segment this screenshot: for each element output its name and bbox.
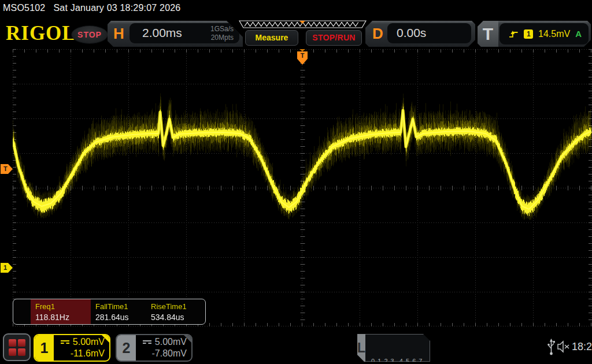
speaker-muted-icon — [557, 340, 571, 353]
channel1-scale: 5.00mV — [73, 336, 105, 348]
timebase-value: 2.00ms — [142, 26, 182, 40]
usb-icon — [547, 339, 556, 356]
channel2-offset: -7.80mV — [152, 348, 187, 359]
delay-label: D — [372, 25, 383, 43]
trigger-level-marker[interactable]: T — [1, 164, 13, 174]
measurement-value: 281.64us — [95, 313, 146, 322]
trigger-sweep-mode: A — [575, 29, 589, 39]
logic-label: L — [357, 334, 365, 362]
channel2-scale: 5.00mV — [155, 336, 187, 348]
measurement-label: Freq1 — [35, 302, 91, 311]
badge-fold-corner — [102, 335, 109, 343]
delay-box: 0.00s — [387, 23, 471, 43]
channel2-number: 2 — [117, 335, 136, 361]
delay-value: 0.00s — [397, 26, 426, 40]
titlebar: MSO5102Sat January 03 18:29:07 2026 — [3, 3, 180, 13]
channel1-offset: -11.6mV — [71, 348, 105, 359]
logic-row-1: 0 1 2 3 4 5 6 7 — [371, 356, 435, 364]
device-model: MSO5102 — [3, 3, 45, 13]
timebase-box: 2.00ms 1GSa/s 20Mpts — [130, 23, 239, 43]
dc-coupling-icon — [143, 340, 151, 344]
grid-menu-icon[interactable] — [3, 333, 31, 361]
horizontal-label: H — [113, 25, 124, 43]
waveform-canvas[interactable] — [13, 49, 592, 326]
measurement-value: 534.84us — [151, 313, 205, 322]
measurement-label: RiseTime1 — [151, 302, 205, 311]
measure-button[interactable]: Measure — [245, 30, 298, 46]
channel2-badge[interactable]: 2 5.00mV -7.80mV — [116, 334, 193, 362]
trigger-box: 1 14.5mV A — [500, 23, 589, 44]
oscilloscope-screen: MSO5102Sat January 03 18:29:07 2026 RIGO… — [0, 0, 592, 364]
waveform-overview-bar[interactable] — [239, 20, 367, 28]
measurement-panel: Freq1 118.81Hz FallTime1 281.64us RiseTi… — [13, 299, 206, 325]
channel1-offset-marker[interactable]: 1 — [1, 263, 13, 273]
memory-depth: 20Mpts — [210, 34, 234, 42]
stop-run-button[interactable]: STOP/RUN — [306, 30, 362, 46]
badge-fold-corner — [184, 335, 191, 343]
logic-channels-badge[interactable]: L 0 1 2 3 4 5 6 7 8 9 1011 12131415 — [357, 334, 430, 362]
channel1-badge[interactable]: 1 5.00mV -11.6mV — [34, 334, 110, 362]
rigol-logo: RIGOL — [6, 22, 76, 46]
measurement-value: 118.81Hz — [35, 313, 91, 322]
measurement-item-risetime[interactable]: RiseTime1 534.84us — [146, 299, 205, 324]
measurement-label: FallTime1 — [95, 302, 146, 311]
sample-rate: 1GSa/s — [210, 25, 234, 34]
trigger-position-caret — [299, 49, 305, 51]
trigger-label: T — [478, 21, 498, 47]
horizontal-panel[interactable]: H 2.00ms 1GSa/s 20Mpts — [108, 21, 243, 47]
trigger-panel[interactable]: T 1 14.5mV A — [478, 21, 591, 47]
clock: 18:28 — [572, 341, 592, 353]
delay-panel[interactable]: D 0.00s — [365, 21, 475, 47]
trigger-source-badge: 1 — [524, 29, 533, 39]
channel1-number: 1 — [35, 335, 54, 361]
run-state-badge: STOP — [71, 25, 108, 44]
rising-edge-icon — [509, 29, 519, 39]
dc-coupling-icon — [61, 340, 69, 344]
acquisition-info: 1GSa/s 20Mpts — [210, 25, 234, 42]
trigger-level: 14.5mV — [538, 29, 570, 39]
datetime: Sat January 03 18:29:07 2026 — [53, 3, 180, 13]
measurement-item-freq[interactable]: Freq1 118.81Hz — [31, 299, 91, 324]
measurement-item-falltime[interactable]: FallTime1 281.64us — [91, 299, 146, 324]
